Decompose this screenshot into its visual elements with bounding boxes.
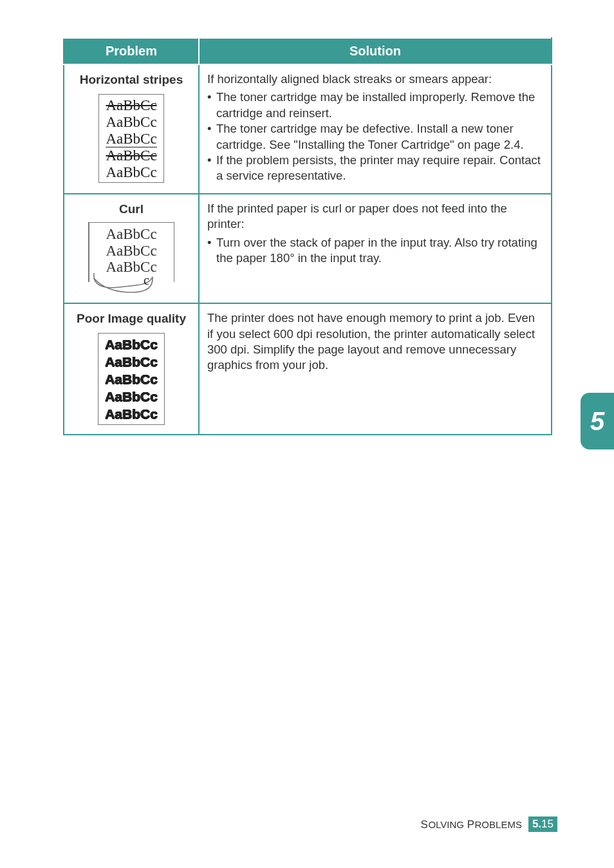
problem-cell: Poor Image quality AaBbCc AaBbCc AaBbCc …: [64, 303, 199, 434]
table-row: Horizontal stripes AaBbCc AaBbCc AaBbCc …: [64, 64, 552, 194]
sample-line: AaBbCc: [106, 114, 156, 131]
sample-line: AaBbCc: [96, 243, 167, 259]
sample-line: AaBbCc: [96, 259, 167, 276]
sample-line: AaBbCc: [105, 371, 158, 388]
solution-intro: If horizontally aligned black streaks or…: [207, 71, 543, 87]
solution-body: The printer does not have enough memory …: [207, 310, 543, 373]
table-row: Poor Image quality AaBbCc AaBbCc AaBbCc …: [64, 303, 552, 434]
col-header-solution: Solution: [199, 38, 552, 64]
solution-intro: If the printed paper is curl or paper do…: [207, 201, 543, 232]
sample-line: AaBbCc: [106, 131, 156, 148]
page-curl-icon: c: [93, 273, 169, 294]
sample-line: AaBbCc: [106, 97, 156, 114]
sample-line: AaBbCc: [106, 147, 156, 164]
problem-cell: Curl AaBbCc AaBbCc AaBbCc c: [64, 194, 199, 303]
troubleshooting-table: Problem Solution Horizontal stripes AaBb…: [63, 37, 552, 435]
solution-list: The toner cartridge may be installed imp…: [207, 90, 543, 184]
sample-line: AaBbCc: [105, 388, 158, 406]
problem-title: Poor Image quality: [72, 310, 191, 326]
sample-line: AaBbCc: [105, 406, 158, 423]
solution-list: Turn over the stack of paper in the inpu…: [207, 235, 543, 267]
footer-section: SOLVING PROBLEMS: [421, 817, 522, 831]
col-header-problem: Problem: [64, 38, 199, 64]
solution-item: The toner cartridge may be defective. In…: [207, 121, 543, 153]
sample-box: AaBbCc AaBbCc AaBbCc AaBbCc AaBbCc: [98, 94, 163, 183]
sample-box: AaBbCc AaBbCc AaBbCc AaBbCc AaBbCc: [98, 333, 165, 424]
solution-item: The toner cartridge may be installed imp…: [207, 90, 543, 121]
sample-line: AaBbCc: [106, 164, 156, 181]
problem-title: Horizontal stripes: [72, 71, 191, 88]
svg-text:c: c: [144, 273, 149, 287]
problem-title: Curl: [72, 201, 191, 217]
sample-line: AaBbCc: [105, 354, 158, 371]
page-footer: SOLVING PROBLEMS 5.15: [421, 816, 557, 832]
solution-cell: If horizontally aligned black streaks or…: [199, 64, 552, 194]
problem-cell: Horizontal stripes AaBbCc AaBbCc AaBbCc …: [64, 64, 199, 194]
sample-box: AaBbCc AaBbCc AaBbCc c: [88, 222, 174, 294]
footer-page-badge: 5.15: [528, 816, 557, 832]
solution-item: If the problem persists, the printer may…: [207, 153, 543, 184]
chapter-side-tab: 5: [581, 393, 614, 449]
sample-line: AaBbCc: [105, 336, 158, 354]
table-row: Curl AaBbCc AaBbCc AaBbCc c: [64, 194, 552, 303]
solution-cell: If the printed paper is curl or paper do…: [199, 194, 552, 303]
solution-item: Turn over the stack of paper in the inpu…: [207, 235, 543, 267]
solution-cell: The printer does not have enough memory …: [199, 303, 552, 434]
sample-line: AaBbCc: [96, 226, 167, 243]
